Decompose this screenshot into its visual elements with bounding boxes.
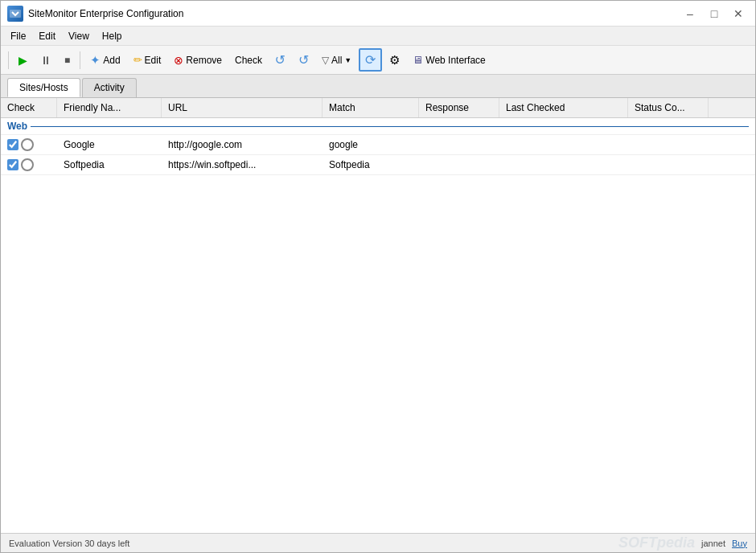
group-web: Web	[1, 118, 755, 135]
row2-check-cell[interactable]	[1, 155, 57, 174]
window-title: SiteMonitor Enterprise Configuration	[28, 8, 183, 19]
softpedia-watermark: SOFTpedia	[618, 535, 695, 551]
pause-icon: ⏸	[40, 54, 51, 67]
sync-icon: ⟳	[365, 52, 376, 68]
tab-sites-hosts[interactable]: Sites/Hosts	[7, 78, 80, 97]
row2-last-checked	[499, 161, 628, 169]
sync-button[interactable]: ⟳	[359, 48, 382, 72]
status-right: SOFTpedia jannet Buy	[618, 535, 747, 551]
table-header: Check Friendly Na... URL Match Response …	[1, 98, 755, 118]
add-button[interactable]: ✦ Add	[84, 50, 125, 71]
row2-checkbox[interactable]	[7, 159, 18, 170]
maximize-button[interactable]: □	[704, 6, 725, 22]
remove-icon: ⊗	[174, 54, 183, 67]
row2-url: https://win.softpedi...	[162, 155, 323, 174]
table-row[interactable]: Google http://google.com google	[1, 135, 755, 155]
filter-button[interactable]: ▽ All ▼	[316, 51, 357, 69]
row1-friendly-name: Google	[57, 135, 162, 154]
filter-icon: ▽	[322, 55, 329, 66]
web-interface-label: Web Interface	[425, 55, 485, 66]
remove-button[interactable]: ⊗ Remove	[168, 51, 228, 70]
content-area: Check Friendly Na... URL Match Response …	[1, 98, 755, 533]
row1-status-circle	[21, 138, 34, 151]
row1-last-checked	[499, 141, 628, 149]
menu-edit[interactable]: Edit	[32, 29, 62, 43]
filter-arrow: ▼	[344, 56, 351, 64]
row2-response	[419, 161, 499, 169]
jannet-label: jannet	[701, 539, 725, 548]
row2-match: Softpedia	[323, 155, 419, 174]
close-button[interactable]: ✕	[728, 6, 749, 22]
app-icon	[7, 6, 23, 22]
menu-help[interactable]: Help	[96, 29, 129, 43]
web-interface-button[interactable]: 🖥 Web Interface	[407, 51, 491, 69]
row1-status	[628, 141, 709, 149]
edit-icon: ✏	[134, 54, 142, 66]
row2-status-circle	[21, 158, 34, 171]
refresh1-icon: ↻	[275, 52, 286, 68]
col-last-checked[interactable]: Last Checked	[499, 98, 628, 117]
col-response[interactable]: Response	[419, 98, 499, 117]
col-status[interactable]: Status Co...	[628, 98, 709, 117]
main-window: SiteMonitor Enterprise Configuration – □…	[0, 0, 756, 553]
buy-link[interactable]: Buy	[732, 539, 747, 548]
group-label: Web	[7, 121, 27, 132]
row1-url: http://google.com	[162, 135, 323, 154]
tabs-bar: Sites/Hosts Activity	[1, 75, 755, 98]
filter-label: All	[331, 55, 342, 66]
check-button[interactable]: Check	[229, 51, 268, 69]
pause-button[interactable]: ⏸	[35, 51, 57, 70]
svg-rect-0	[10, 10, 21, 18]
play-button[interactable]: ▶	[13, 51, 33, 70]
title-bar-left: SiteMonitor Enterprise Configuration	[7, 6, 183, 22]
monitor-icon: 🖥	[413, 54, 423, 66]
play-icon: ▶	[18, 54, 27, 67]
stop-icon: ■	[64, 55, 70, 66]
stop-button[interactable]: ■	[59, 51, 76, 69]
separator-1	[8, 51, 9, 69]
col-match[interactable]: Match	[323, 98, 419, 117]
col-url[interactable]: URL	[162, 98, 323, 117]
toolbar: ▶ ⏸ ■ ✦ Add ✏ Edit ⊗ Remove Check ↻ ↺	[1, 46, 755, 75]
gear-icon: ⚙	[389, 53, 400, 68]
row1-checkbox[interactable]	[7, 139, 18, 150]
menu-file[interactable]: File	[4, 29, 32, 43]
col-check[interactable]: Check	[1, 98, 57, 117]
group-line	[31, 126, 749, 127]
tab-activity[interactable]: Activity	[82, 78, 137, 97]
row1-check-cell[interactable]	[1, 135, 57, 154]
status-bar: Evaluation Version 30 days left SOFTpedi…	[1, 533, 755, 552]
menu-view[interactable]: View	[62, 29, 96, 43]
row1-response	[419, 141, 499, 149]
menu-bar: File Edit View Help	[1, 27, 755, 46]
add-icon: ✦	[90, 53, 101, 68]
eval-text: Evaluation Version 30 days left	[9, 539, 129, 548]
minimize-button[interactable]: –	[680, 6, 701, 22]
add-label: Add	[103, 55, 120, 66]
refresh1-button[interactable]: ↻	[269, 49, 291, 71]
col-friendly-name[interactable]: Friendly Na...	[57, 98, 162, 117]
window-controls: – □ ✕	[680, 6, 749, 22]
edit-button[interactable]: ✏ Edit	[128, 51, 167, 69]
edit-label: Edit	[145, 55, 162, 66]
row2-status	[628, 161, 709, 169]
row2-friendly-name: Softpedia	[57, 155, 162, 174]
row1-match: google	[323, 135, 419, 154]
refresh2-button[interactable]: ↺	[293, 49, 314, 71]
remove-label: Remove	[186, 55, 222, 66]
empty-content	[1, 175, 755, 533]
table-row[interactable]: Softpedia https://win.softpedi... Softpe…	[1, 155, 755, 175]
check-label: Check	[235, 55, 262, 66]
gear-button[interactable]: ⚙	[384, 50, 405, 71]
title-bar: SiteMonitor Enterprise Configuration – □…	[1, 1, 755, 27]
separator-2	[80, 51, 80, 69]
refresh2-icon: ↺	[298, 52, 309, 68]
